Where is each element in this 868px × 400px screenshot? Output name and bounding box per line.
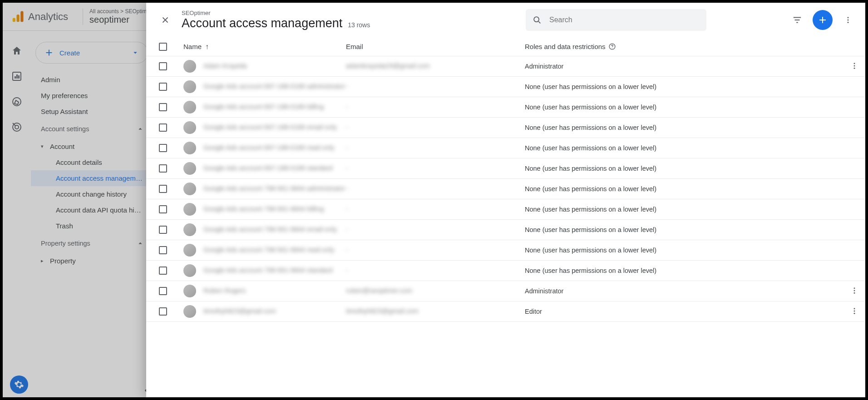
close-button[interactable] [154, 9, 176, 31]
select-all-checkbox[interactable] [159, 43, 167, 51]
user-email: - [346, 205, 348, 212]
column-email[interactable]: Email [346, 43, 525, 50]
user-name: Google Ads account 697-188-0189 email-on… [203, 123, 337, 131]
column-roles[interactable]: Roles and data restrictions [525, 43, 843, 50]
sort-ascending-icon: ↑ [205, 43, 209, 51]
user-name: Google Ads account 697-188-0189 billing [203, 103, 324, 111]
avatar [183, 203, 196, 216]
svg-point-17 [854, 65, 855, 66]
avatar [183, 101, 196, 114]
avatar [183, 162, 196, 175]
svg-point-19 [854, 287, 855, 289]
row-checkbox[interactable] [159, 246, 167, 254]
user-email: - [346, 246, 348, 253]
svg-point-22 [854, 308, 855, 309]
table-row[interactable]: timothyh823@gmail.comtimothyh823@gmail.c… [146, 301, 865, 322]
search-icon [532, 15, 542, 25]
user-name: Google Ads account 798-561-9844 read-onl… [203, 246, 335, 254]
table-row[interactable]: Adam Krayedaadamkrayeda29@gmail.comAdmin… [146, 56, 865, 77]
row-checkbox[interactable] [159, 205, 167, 213]
panel-header: SEOptimer Account access management 13 r… [146, 3, 865, 37]
add-user-button[interactable] [813, 10, 833, 30]
table-row[interactable]: Google Ads account 798-561-9844 billing-… [146, 199, 865, 220]
row-checkbox[interactable] [159, 226, 167, 234]
table-row[interactable]: Google Ads account 798-561-9844 administ… [146, 179, 865, 199]
table-row[interactable]: Google Ads account 798-561-9844 email-on… [146, 220, 865, 240]
search-input[interactable] [548, 15, 700, 25]
row-checkbox[interactable] [159, 103, 167, 111]
help-icon[interactable] [608, 43, 616, 50]
row-checkbox[interactable] [159, 267, 167, 275]
search-box[interactable] [526, 9, 706, 31]
row-more-button[interactable] [850, 286, 858, 296]
user-name: Google Ads account 798-561-9844 administ… [203, 185, 345, 193]
more-vert-icon [850, 62, 858, 70]
user-email: - [346, 267, 348, 274]
row-more-button[interactable] [850, 307, 858, 316]
table-row[interactable]: Google Ads account 697-188-0189 standard… [146, 158, 865, 179]
user-name: Google Ads account 697-188-0189 read-onl… [203, 144, 335, 152]
user-email: - [346, 83, 348, 90]
svg-point-23 [854, 310, 855, 311]
table-row[interactable]: Google Ads account 697-188-0189 billing-… [146, 97, 865, 118]
row-checkbox[interactable] [159, 185, 167, 193]
svg-point-15 [612, 48, 612, 48]
avatar [183, 60, 196, 73]
svg-point-10 [534, 17, 539, 22]
user-email: - [346, 144, 348, 151]
more-vert-icon [844, 16, 852, 24]
user-name: Google Ads account 798-561-9844 billing [203, 205, 324, 213]
avatar [183, 142, 196, 154]
row-checkbox[interactable] [159, 123, 167, 132]
user-email: adamkrayeda29@gmail.com [346, 62, 430, 69]
user-name: Google Ads account 697-188-0189 administ… [203, 83, 345, 90]
user-email: - [346, 164, 348, 172]
table-row[interactable]: Ruben Rogersruben@seoptimer.comAdministr… [146, 281, 865, 301]
user-email: - [346, 103, 348, 110]
user-email: - [346, 123, 348, 131]
row-count: 13 rows [348, 21, 370, 29]
filter-button[interactable] [788, 11, 806, 29]
row-more-button[interactable] [850, 62, 858, 71]
row-checkbox[interactable] [159, 307, 167, 316]
svg-point-16 [854, 63, 855, 64]
more-vert-icon [850, 286, 858, 295]
user-role: None (user has permissions on a lower le… [525, 124, 656, 131]
svg-point-24 [854, 312, 855, 314]
user-role: Administrator [525, 287, 563, 295]
row-checkbox[interactable] [159, 144, 167, 152]
column-label: Name [183, 43, 202, 50]
avatar [183, 223, 196, 236]
svg-point-11 [848, 17, 849, 18]
user-email: ruben@seoptimer.com [346, 287, 412, 294]
avatar [183, 80, 196, 93]
user-name: Ruben Rogers [203, 287, 246, 295]
user-name: timothyh823@gmail.com [203, 307, 276, 315]
row-checkbox[interactable] [159, 83, 167, 91]
row-checkbox[interactable] [159, 287, 167, 295]
column-label: Email [346, 43, 363, 50]
table-row[interactable]: Google Ads account 798-561-9844 read-onl… [146, 240, 865, 261]
avatar [183, 305, 196, 318]
user-role: Administrator [525, 63, 563, 70]
user-role: None (user has permissions on a lower le… [525, 206, 656, 213]
table-row[interactable]: Google Ads account 798-561-9844 standard… [146, 261, 865, 281]
panel-more-button[interactable] [839, 11, 857, 29]
user-table-header: Name ↑ Email Roles and data restrictions [146, 37, 865, 56]
row-checkbox[interactable] [159, 164, 167, 173]
table-row[interactable]: Google Ads account 697-188-0189 read-onl… [146, 138, 865, 158]
user-name: Google Ads account 798-561-9844 email-on… [203, 226, 337, 233]
row-checkbox[interactable] [159, 62, 167, 70]
svg-point-21 [854, 292, 855, 293]
svg-point-13 [848, 22, 849, 23]
avatar [183, 183, 196, 195]
close-icon [160, 15, 170, 25]
avatar [183, 285, 196, 297]
table-row[interactable]: Google Ads account 697-188-0189 email-on… [146, 118, 865, 138]
column-label: Roles and data restrictions [525, 43, 606, 50]
user-role: None (user has permissions on a lower le… [525, 267, 656, 274]
column-name[interactable]: Name ↑ [183, 43, 346, 51]
table-row[interactable]: Google Ads account 697-188-0189 administ… [146, 77, 865, 97]
user-name: Google Ads account 697-188-0189 standard [203, 164, 333, 172]
svg-point-18 [854, 67, 855, 69]
